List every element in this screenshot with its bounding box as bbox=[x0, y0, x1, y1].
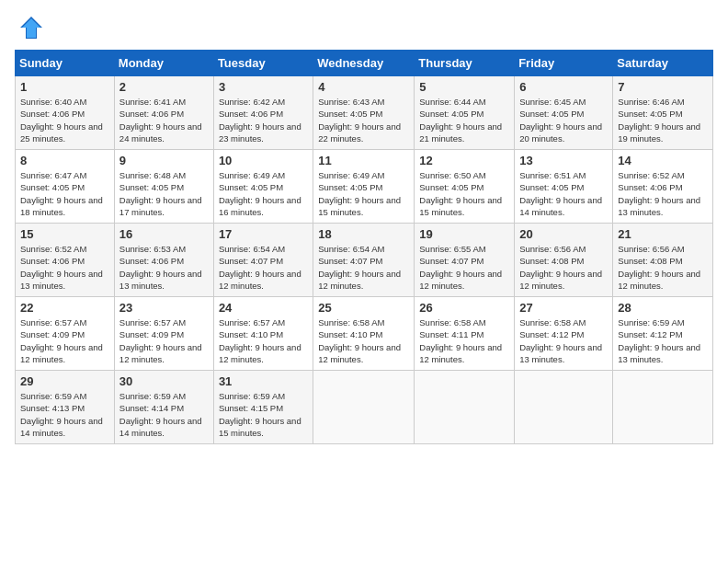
day-info: Sunrise: 6:56 AMSunset: 4:08 PMDaylight:… bbox=[519, 244, 602, 291]
calendar-day-cell bbox=[313, 371, 415, 444]
calendar-day-cell: 7 Sunrise: 6:46 AMSunset: 4:05 PMDayligh… bbox=[613, 76, 713, 150]
calendar-day-cell: 20 Sunrise: 6:56 AMSunset: 4:08 PMDaylig… bbox=[515, 224, 613, 297]
calendar-day-cell: 11 Sunrise: 6:49 AMSunset: 4:05 PMDaylig… bbox=[313, 150, 415, 224]
calendar-day-cell bbox=[515, 371, 613, 444]
day-info: Sunrise: 6:52 AMSunset: 4:06 PMDaylight:… bbox=[618, 170, 700, 217]
day-number: 8 bbox=[20, 154, 109, 167]
day-number: 21 bbox=[618, 227, 708, 241]
calendar-day-cell: 10 Sunrise: 6:49 AMSunset: 4:05 PMDaylig… bbox=[213, 150, 313, 224]
day-info: Sunrise: 6:57 AMSunset: 4:09 PMDaylight:… bbox=[119, 317, 202, 364]
day-number: 6 bbox=[519, 80, 608, 94]
day-number: 5 bbox=[419, 80, 509, 94]
calendar-day-cell: 29 Sunrise: 6:59 AMSunset: 4:13 PMDaylig… bbox=[16, 371, 115, 444]
day-number: 1 bbox=[20, 80, 109, 94]
day-info: Sunrise: 6:49 AMSunset: 4:05 PMDaylight:… bbox=[219, 170, 301, 217]
day-info: Sunrise: 6:53 AMSunset: 4:06 PMDaylight:… bbox=[119, 244, 202, 291]
calendar-day-cell: 8 Sunrise: 6:47 AMSunset: 4:05 PMDayligh… bbox=[16, 150, 115, 224]
calendar-week-row: 1 Sunrise: 6:40 AMSunset: 4:06 PMDayligh… bbox=[16, 76, 713, 150]
page-container: SundayMondayTuesdayWednesdayThursdayFrid… bbox=[0, 0, 728, 563]
day-info: Sunrise: 6:55 AMSunset: 4:07 PMDaylight:… bbox=[419, 244, 502, 291]
day-number: 9 bbox=[119, 154, 209, 167]
calendar-day-cell: 21 Sunrise: 6:56 AMSunset: 4:08 PMDaylig… bbox=[613, 224, 713, 297]
calendar-day-cell: 3 Sunrise: 6:42 AMSunset: 4:06 PMDayligh… bbox=[213, 76, 313, 150]
day-number: 13 bbox=[519, 154, 608, 167]
calendar-day-cell: 23 Sunrise: 6:57 AMSunset: 4:09 PMDaylig… bbox=[114, 297, 213, 371]
day-number: 26 bbox=[419, 301, 509, 315]
weekday-header: Friday bbox=[515, 51, 613, 76]
day-info: Sunrise: 6:48 AMSunset: 4:05 PMDaylight:… bbox=[119, 170, 202, 217]
day-number: 24 bbox=[219, 301, 308, 315]
day-info: Sunrise: 6:59 AMSunset: 4:13 PMDaylight:… bbox=[20, 391, 103, 438]
day-info: Sunrise: 6:58 AMSunset: 4:12 PMDaylight:… bbox=[519, 317, 602, 364]
day-number: 29 bbox=[20, 374, 109, 388]
day-number: 23 bbox=[119, 301, 209, 315]
calendar-day-cell: 9 Sunrise: 6:48 AMSunset: 4:05 PMDayligh… bbox=[114, 150, 213, 224]
day-info: Sunrise: 6:40 AMSunset: 4:06 PMDaylight:… bbox=[20, 97, 103, 144]
calendar-day-cell bbox=[613, 371, 713, 444]
calendar-day-cell: 13 Sunrise: 6:51 AMSunset: 4:05 PMDaylig… bbox=[515, 150, 613, 224]
calendar-week-row: 8 Sunrise: 6:47 AMSunset: 4:05 PMDayligh… bbox=[16, 150, 713, 224]
day-info: Sunrise: 6:47 AMSunset: 4:05 PMDaylight:… bbox=[20, 170, 103, 217]
calendar-week-row: 15 Sunrise: 6:52 AMSunset: 4:06 PMDaylig… bbox=[16, 224, 713, 297]
day-number: 12 bbox=[419, 154, 509, 167]
calendar-day-cell: 2 Sunrise: 6:41 AMSunset: 4:06 PMDayligh… bbox=[114, 76, 213, 150]
day-info: Sunrise: 6:54 AMSunset: 4:07 PMDaylight:… bbox=[318, 244, 401, 291]
calendar-day-cell: 26 Sunrise: 6:58 AMSunset: 4:11 PMDaylig… bbox=[415, 297, 515, 371]
day-info: Sunrise: 6:57 AMSunset: 4:09 PMDaylight:… bbox=[20, 317, 103, 364]
calendar-day-cell: 15 Sunrise: 6:52 AMSunset: 4:06 PMDaylig… bbox=[16, 224, 115, 297]
day-info: Sunrise: 6:59 AMSunset: 4:15 PMDaylight:… bbox=[219, 391, 301, 438]
logo bbox=[15, 15, 44, 40]
calendar-day-cell: 17 Sunrise: 6:54 AMSunset: 4:07 PMDaylig… bbox=[213, 224, 313, 297]
calendar-day-cell: 4 Sunrise: 6:43 AMSunset: 4:05 PMDayligh… bbox=[313, 76, 415, 150]
day-number: 18 bbox=[318, 227, 409, 241]
day-info: Sunrise: 6:54 AMSunset: 4:07 PMDaylight:… bbox=[219, 244, 301, 291]
calendar-week-row: 29 Sunrise: 6:59 AMSunset: 4:13 PMDaylig… bbox=[16, 371, 713, 444]
day-info: Sunrise: 6:45 AMSunset: 4:05 PMDaylight:… bbox=[519, 97, 602, 144]
day-info: Sunrise: 6:59 AMSunset: 4:12 PMDaylight:… bbox=[618, 317, 700, 364]
day-number: 4 bbox=[318, 80, 409, 94]
day-number: 20 bbox=[519, 227, 608, 241]
calendar-day-cell: 25 Sunrise: 6:58 AMSunset: 4:10 PMDaylig… bbox=[313, 297, 415, 371]
calendar-day-cell: 18 Sunrise: 6:54 AMSunset: 4:07 PMDaylig… bbox=[313, 224, 415, 297]
weekday-header: Saturday bbox=[613, 51, 713, 76]
day-info: Sunrise: 6:46 AMSunset: 4:05 PMDaylight:… bbox=[618, 97, 700, 144]
day-info: Sunrise: 6:50 AMSunset: 4:05 PMDaylight:… bbox=[419, 170, 502, 217]
weekday-header: Tuesday bbox=[213, 51, 313, 76]
day-number: 7 bbox=[618, 80, 708, 94]
calendar-week-row: 22 Sunrise: 6:57 AMSunset: 4:09 PMDaylig… bbox=[16, 297, 713, 371]
calendar-header-row: SundayMondayTuesdayWednesdayThursdayFrid… bbox=[16, 51, 713, 76]
day-info: Sunrise: 6:56 AMSunset: 4:08 PMDaylight:… bbox=[618, 244, 700, 291]
calendar-table: SundayMondayTuesdayWednesdayThursdayFrid… bbox=[15, 50, 713, 444]
weekday-header: Sunday bbox=[16, 51, 115, 76]
day-number: 28 bbox=[618, 301, 708, 315]
calendar-day-cell: 19 Sunrise: 6:55 AMSunset: 4:07 PMDaylig… bbox=[415, 224, 515, 297]
day-info: Sunrise: 6:43 AMSunset: 4:05 PMDaylight:… bbox=[318, 97, 401, 144]
day-number: 10 bbox=[219, 154, 308, 167]
day-info: Sunrise: 6:42 AMSunset: 4:06 PMDaylight:… bbox=[219, 97, 301, 144]
day-info: Sunrise: 6:59 AMSunset: 4:14 PMDaylight:… bbox=[119, 391, 202, 438]
calendar-day-cell: 16 Sunrise: 6:53 AMSunset: 4:06 PMDaylig… bbox=[114, 224, 213, 297]
calendar-day-cell: 30 Sunrise: 6:59 AMSunset: 4:14 PMDaylig… bbox=[114, 371, 213, 444]
day-number: 31 bbox=[219, 374, 308, 388]
calendar-day-cell: 14 Sunrise: 6:52 AMSunset: 4:06 PMDaylig… bbox=[613, 150, 713, 224]
day-number: 30 bbox=[119, 374, 209, 388]
day-info: Sunrise: 6:41 AMSunset: 4:06 PMDaylight:… bbox=[119, 97, 202, 144]
calendar-day-cell: 6 Sunrise: 6:45 AMSunset: 4:05 PMDayligh… bbox=[515, 76, 613, 150]
calendar-day-cell: 31 Sunrise: 6:59 AMSunset: 4:15 PMDaylig… bbox=[213, 371, 313, 444]
calendar-day-cell: 5 Sunrise: 6:44 AMSunset: 4:05 PMDayligh… bbox=[415, 76, 515, 150]
calendar-day-cell: 27 Sunrise: 6:58 AMSunset: 4:12 PMDaylig… bbox=[515, 297, 613, 371]
calendar-day-cell: 1 Sunrise: 6:40 AMSunset: 4:06 PMDayligh… bbox=[16, 76, 115, 150]
calendar-day-cell: 28 Sunrise: 6:59 AMSunset: 4:12 PMDaylig… bbox=[613, 297, 713, 371]
day-number: 25 bbox=[318, 301, 409, 315]
logo-icon bbox=[18, 15, 44, 40]
calendar-day-cell bbox=[415, 371, 515, 444]
weekday-header: Monday bbox=[114, 51, 213, 76]
day-info: Sunrise: 6:58 AMSunset: 4:10 PMDaylight:… bbox=[318, 317, 401, 364]
day-number: 15 bbox=[20, 227, 109, 241]
weekday-header: Thursday bbox=[415, 51, 515, 76]
weekday-header: Wednesday bbox=[313, 51, 415, 76]
day-info: Sunrise: 6:58 AMSunset: 4:11 PMDaylight:… bbox=[419, 317, 502, 364]
day-number: 19 bbox=[419, 227, 509, 241]
svg-marker-1 bbox=[22, 18, 40, 38]
calendar-day-cell: 22 Sunrise: 6:57 AMSunset: 4:09 PMDaylig… bbox=[16, 297, 115, 371]
